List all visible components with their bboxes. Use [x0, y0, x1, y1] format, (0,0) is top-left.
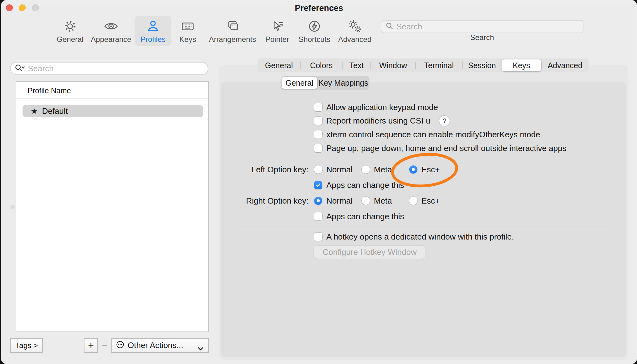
checkbox-label: Page up, page down, home and end scroll … — [326, 142, 567, 154]
toolbar-item-appearance[interactable]: Appearance — [88, 16, 135, 46]
preferences-window: Preferences General Appearance Profiles — [1, 0, 637, 364]
checkbox-csi-u[interactable] — [314, 117, 322, 125]
toolbar-item-arrangements[interactable]: Arrangements — [206, 16, 259, 46]
profile-list: Profile Name ★ Default — [16, 81, 209, 332]
subtab-general[interactable]: General — [282, 77, 317, 89]
checkbox-label: Report modifiers using CSI u — [326, 114, 430, 127]
search-icon — [386, 22, 393, 31]
tab-general[interactable]: General — [257, 58, 300, 72]
profile-search-placeholder: Search — [28, 64, 54, 73]
section-divider — [237, 226, 610, 226]
radio-right-esc[interactable] — [409, 197, 417, 205]
radio-label: Esc+ — [421, 195, 440, 207]
radio-label: Normal — [326, 195, 353, 207]
toolbar-item-advanced[interactable]: Advanced — [331, 16, 378, 46]
checkbox-right-apps-can-change[interactable] — [314, 212, 322, 220]
radio-right-meta[interactable] — [362, 197, 370, 205]
checkbox-label: Allow application keypad mode — [326, 101, 438, 114]
toolbar-search-input[interactable]: Search — [381, 20, 583, 33]
cursor-icon — [269, 18, 285, 34]
radio-left-meta[interactable] — [362, 165, 370, 174]
toolbar-item-label: Appearance — [91, 35, 131, 44]
radio-label: Meta — [374, 163, 392, 176]
right-option-key-label: Right Option key: — [220, 195, 308, 207]
tab-advanced[interactable]: Advanced — [541, 58, 589, 72]
help-button[interactable]: ? — [439, 116, 450, 126]
list-header-divider — [16, 98, 208, 99]
checkbox-left-apps-can-change[interactable] — [314, 181, 322, 189]
toolbar-item-label: Arrangements — [209, 35, 256, 44]
window-title: Preferences — [1, 3, 637, 13]
configure-hotkey-window-button[interactable]: Configure Hotkey Window — [314, 246, 426, 259]
tab-session[interactable]: Session — [462, 58, 502, 72]
tags-button[interactable]: Tags > — [10, 338, 43, 353]
profile-tab-bar: General Colors Text Window Terminal Sess… — [257, 58, 589, 72]
gears-icon — [347, 18, 363, 34]
checkbox-label: Apps can change this — [326, 179, 404, 191]
checkbox-label: xterm control sequence can enable modify… — [326, 128, 540, 141]
tab-window[interactable]: Window — [371, 58, 415, 72]
checkbox-modify-other-keys[interactable] — [314, 130, 322, 139]
toolbar-item-keys[interactable]: Keys — [164, 16, 211, 46]
chevron-down-icon — [198, 344, 203, 353]
keys-subtab-bar: General Key Mappings — [282, 76, 369, 90]
toolbar-item-shortcuts[interactable]: Shortcuts — [291, 16, 338, 46]
profile-row-default[interactable]: ★ Default — [23, 105, 203, 117]
checkbox-application-keypad[interactable] — [314, 103, 322, 111]
check-icon — [315, 182, 321, 188]
section-divider — [237, 158, 610, 158]
windows-icon — [224, 18, 241, 34]
add-profile-button[interactable]: + — [84, 338, 98, 353]
tab-text[interactable]: Text — [342, 58, 371, 72]
checkbox-label: Apps can change this — [326, 210, 404, 223]
keyboard-icon — [180, 18, 196, 34]
toolbar-item-general[interactable]: General — [47, 16, 94, 46]
left-option-key-label: Left Option key: — [220, 163, 308, 176]
radio-right-normal[interactable] — [314, 197, 322, 205]
ellipsis-circle-icon — [116, 341, 124, 351]
gear-icon — [62, 18, 78, 34]
toolbar-item-label: Profiles — [140, 35, 166, 44]
toolbar-item-label: Keys — [179, 35, 196, 44]
bolt-circle-icon — [306, 18, 323, 34]
eye-icon — [103, 18, 119, 34]
radio-left-esc[interactable] — [409, 165, 417, 174]
search-menu-icon — [15, 64, 25, 73]
person-icon — [145, 18, 161, 34]
checkbox-page-scroll[interactable] — [314, 144, 322, 152]
toolbar-item-label: Shortcuts — [298, 35, 330, 44]
radio-label: Esc+ — [421, 163, 440, 176]
tab-keys[interactable]: Keys — [502, 59, 541, 71]
toolbar-item-label: Advanced — [338, 35, 372, 44]
radio-left-normal[interactable] — [314, 165, 322, 174]
splitter-handle-dot[interactable] — [10, 205, 15, 209]
checkbox-label: A hotkey opens a dedicated window with t… — [326, 230, 514, 243]
profile-search-input[interactable]: Search — [10, 62, 208, 75]
remove-profile-button[interactable]: − — [98, 338, 111, 353]
radio-label: Meta — [374, 195, 392, 207]
profile-list-header: Profile Name — [28, 86, 71, 95]
toolbar-search-placeholder: Search — [396, 22, 422, 32]
checkbox-hotkey-window[interactable] — [314, 233, 322, 241]
other-actions-dropdown[interactable]: Other Actions... — [111, 338, 209, 353]
subtab-key-mappings[interactable]: Key Mappings — [317, 76, 369, 90]
tab-colors[interactable]: Colors — [300, 58, 342, 72]
profile-name: Default — [42, 106, 68, 116]
toolbar-search-caption: Search — [451, 33, 513, 42]
radio-label: Normal — [326, 163, 353, 176]
toolbar-item-label: General — [57, 35, 83, 44]
tab-terminal[interactable]: Terminal — [415, 58, 462, 72]
toolbar-item-label: Pointer — [265, 35, 289, 44]
other-actions-label: Other Actions... — [128, 341, 183, 350]
star-icon: ★ — [31, 107, 38, 116]
